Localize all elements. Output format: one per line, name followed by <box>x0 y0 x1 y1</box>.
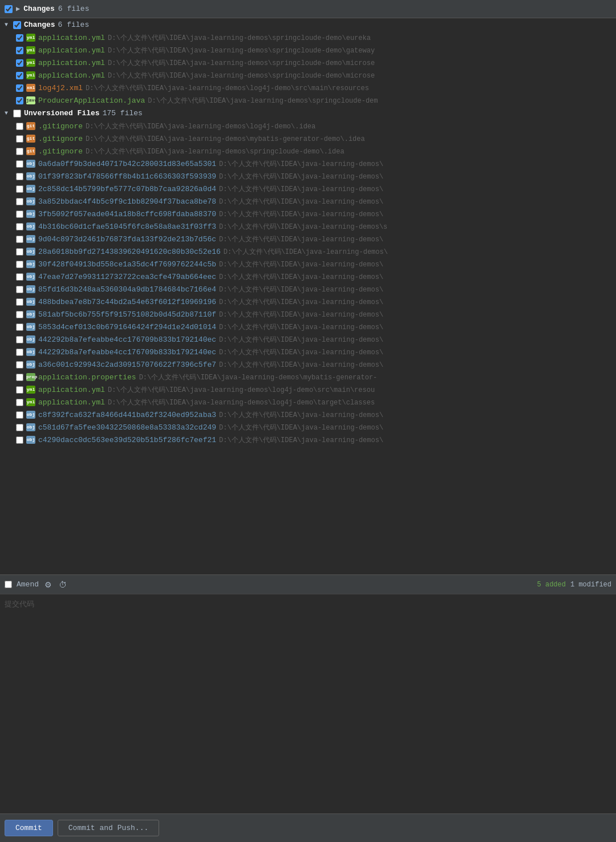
file-path: D:\个人文件\代码\IDEA\java-learning-demos\log4… <box>86 83 369 93</box>
file-path: D:\个人文件\代码\IDEA\java-learning-demos\spri… <box>86 147 345 156</box>
file-path: D:\个人文件\代码\IDEA\java-learning-demos\ <box>219 159 383 169</box>
file-checkbox[interactable] <box>16 273 23 281</box>
file-checkbox[interactable] <box>16 236 23 243</box>
file-checkbox[interactable] <box>16 97 23 104</box>
file-checkbox[interactable] <box>16 349 23 356</box>
file-checkbox[interactable] <box>16 173 23 180</box>
hash-icon: obj <box>26 348 35 356</box>
file-path: D:\个人文件\代码\IDEA\java-learning-demos\myba… <box>139 373 378 382</box>
file-name: c8f392fca632fa8466d441ba62f3240ed952aba3 <box>38 411 216 419</box>
list-item[interactable]: yml application.yml D:\个人文件\代码\IDEA\java… <box>0 69 616 82</box>
list-item[interactable]: yml application.yml D:\个人文件\代码\IDEA\java… <box>0 383 616 396</box>
file-checkbox[interactable] <box>16 84 23 92</box>
list-item[interactable]: yml application.yml D:\个人文件\代码\IDEA\java… <box>0 396 616 408</box>
file-checkbox[interactable] <box>16 298 23 306</box>
commit-button[interactable]: Commit <box>5 820 53 836</box>
list-item[interactable]: obj 01f39f823bf478566ff8b4b11c6636303f59… <box>0 170 616 183</box>
list-item[interactable]: yml application.yml D:\个人文件\代码\IDEA\java… <box>0 31 616 44</box>
list-item[interactable]: obj 4b316bc60d1cfae51045f6fc8e58a8ae31f0… <box>0 220 616 233</box>
list-item[interactable]: prop application.properties D:\个人文件\代码\I… <box>0 371 616 383</box>
file-checkbox[interactable] <box>16 59 23 67</box>
list-item[interactable]: obj c8f392fca632fa8466d441ba62f3240ed952… <box>0 408 616 421</box>
file-checkbox[interactable] <box>16 374 23 381</box>
file-path: D:\个人文件\代码\IDEA\java-learning-demos\ <box>219 310 383 319</box>
list-item[interactable]: obj 85fd16d3b248aa5360304a9db1784684bc71… <box>0 283 616 295</box>
file-checkbox[interactable] <box>16 361 23 369</box>
file-name: a36c001c929943c2ad309157076622f7396c5fe7 <box>38 361 216 369</box>
commit-message-input[interactable] <box>0 594 616 811</box>
list-item[interactable]: obj 0a6da0ff9b3ded40717b42c280031d83e65a… <box>0 157 616 170</box>
file-checkbox[interactable] <box>16 424 23 431</box>
list-item[interactable]: obj 3a852bbdac4f4b5c9f9c1bb82904f37baca8… <box>0 195 616 208</box>
list-item[interactable]: obj 47eae7d27e993112732722cea3cfe479ab66… <box>0 270 616 283</box>
list-item[interactable]: obj 442292b8a7efeabbe4cc176709b833b17921… <box>0 346 616 358</box>
file-checkbox[interactable] <box>16 223 23 230</box>
file-checkbox[interactable] <box>16 386 23 394</box>
hash-icon: obj <box>26 197 35 205</box>
settings-icon-button[interactable]: ⚙ <box>43 579 53 590</box>
status-added: 5 added <box>537 581 566 589</box>
list-item[interactable]: git .gitignore D:\个人文件\代码\IDEA\java-lear… <box>0 132 616 145</box>
git-icon: git <box>26 122 35 130</box>
list-item[interactable]: java ProducerApplication.java D:\个人文件\代码… <box>0 94 616 107</box>
file-checkbox[interactable] <box>16 148 23 155</box>
list-item[interactable]: obj 2c858dc14b5799bfe5777c07b8b7caa92826… <box>0 183 616 195</box>
file-checkbox[interactable] <box>16 336 23 343</box>
file-checkbox[interactable] <box>16 135 23 143</box>
file-checkbox[interactable] <box>16 211 23 218</box>
file-path: D:\个人文件\代码\IDEA\java-learning-demos\log4… <box>108 398 375 407</box>
unversioned-group-header[interactable]: ▼ Unversioned Files 175 files <box>0 107 616 120</box>
list-item[interactable]: obj 442292b8a7efeabbe4cc176709b833b17921… <box>0 333 616 346</box>
file-checkbox[interactable] <box>16 160 23 168</box>
changes-group-header[interactable]: ▼ Changes 6 files <box>0 18 616 31</box>
unversioned-group-checkbox[interactable] <box>13 110 21 118</box>
file-name: ProducerApplication.java <box>38 96 145 105</box>
yaml-icon: yml <box>26 34 35 42</box>
file-checkbox[interactable] <box>16 436 23 444</box>
list-item[interactable]: obj 488bdbea7e8b73c44bd2a54e63f6012f1096… <box>0 295 616 308</box>
list-item[interactable]: obj c581d67fa5fee30432250868e8a53383a32c… <box>0 421 616 434</box>
file-checkbox[interactable] <box>16 123 23 130</box>
file-checkbox[interactable] <box>16 47 23 54</box>
list-item[interactable]: obj 28a6018bb9fd27143839620491620c80b30c… <box>0 245 616 258</box>
file-checkbox[interactable] <box>16 286 23 293</box>
list-item[interactable]: obj 30f428f04913bd558ce1a35dc4f769976224… <box>0 258 616 270</box>
list-item[interactable]: obj 3fb5092f057eade041a18b8cffc698fdaba8… <box>0 208 616 220</box>
file-checkbox[interactable] <box>16 72 23 79</box>
file-path: D:\个人文件\代码\IDEA\java-learning-demos\ <box>219 360 383 370</box>
file-checkbox[interactable] <box>16 399 23 406</box>
file-checkbox[interactable] <box>16 323 23 331</box>
changes-header-checkbox[interactable] <box>5 5 13 13</box>
file-checkbox[interactable] <box>16 198 23 205</box>
changes-chevron-icon: ▼ <box>5 22 10 28</box>
file-checkbox[interactable] <box>16 248 23 256</box>
list-item[interactable]: obj a36c001c929943c2ad309157076622f7396c… <box>0 358 616 371</box>
commit-and-push-button[interactable]: Commit and Push... <box>58 820 159 836</box>
changes-group-checkbox[interactable] <box>13 21 21 29</box>
file-checkbox[interactable] <box>16 34 23 42</box>
history-icon-button[interactable]: ⏱ <box>58 579 68 590</box>
file-name: .gitignore <box>38 147 83 156</box>
list-item[interactable]: git .gitignore D:\个人文件\代码\IDEA\java-lear… <box>0 145 616 157</box>
list-item[interactable]: obj 9d04c8973d2461b76873fda133f92de213b7… <box>0 233 616 245</box>
list-item[interactable]: yml application.yml D:\个人文件\代码\IDEA\java… <box>0 44 616 56</box>
list-item[interactable]: obj 5853d4cef013c0b6791646424f294d1e24d0… <box>0 321 616 333</box>
list-item[interactable]: obj 581abf5bc6b755f5f915751082b0d45d2b87… <box>0 308 616 321</box>
file-checkbox[interactable] <box>16 311 23 318</box>
list-item[interactable]: yml application.yml D:\个人文件\代码\IDEA\java… <box>0 56 616 69</box>
file-name: 9d04c8973d2461b76873fda133f92de213b7d56c <box>38 235 216 244</box>
file-list[interactable]: ▼ Changes 6 files yml application.yml D:… <box>0 18 616 574</box>
file-path: D:\个人文件\代码\IDEA\java-learning-demos\ <box>219 297 383 307</box>
list-item[interactable]: obj c4290dacc0dc563ee39d520b51b5f286fc7e… <box>0 434 616 446</box>
vcs-panel: ▶ Changes 6 files ▼ Changes 6 files yml … <box>0 0 616 842</box>
file-name: application.properties <box>38 373 136 382</box>
list-item[interactable]: git .gitignore D:\个人文件\代码\IDEA\java-lear… <box>0 120 616 132</box>
unversioned-group-title: Unversioned Files <box>24 109 100 118</box>
file-name: application.yml <box>38 386 105 394</box>
file-checkbox[interactable] <box>16 411 23 419</box>
amend-checkbox[interactable] <box>5 581 12 588</box>
file-checkbox[interactable] <box>16 185 23 193</box>
file-path: D:\个人文件\代码\IDEA\java-learning-demos\myba… <box>86 134 365 144</box>
list-item[interactable]: xml log4j2.xml D:\个人文件\代码\IDEA\java-lear… <box>0 82 616 94</box>
file-checkbox[interactable] <box>16 261 23 268</box>
